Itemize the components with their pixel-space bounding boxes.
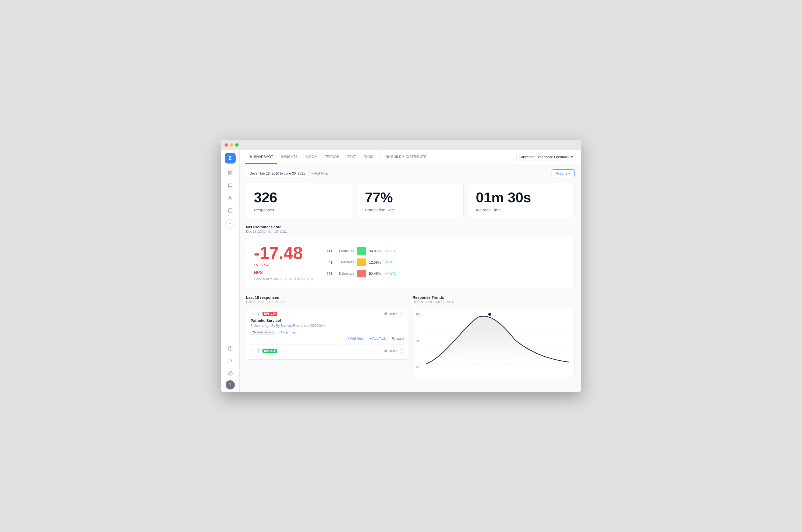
stats-row: 326 Responses 77% Completion Rate 01m 30… <box>246 183 575 218</box>
response-header-1: ☆ ⓘ NPS 1.00 <box>251 311 404 316</box>
time-number: 01m 30s <box>476 190 567 204</box>
svg-rect-0 <box>228 171 230 173</box>
chevron-down-icon: ▾ <box>569 171 571 175</box>
sidebar-item-bell[interactable] <box>225 356 235 366</box>
detractors-label: Detractors <box>335 272 354 276</box>
response-item-1: ☆ ⓘ NPS 1.00 <box>246 307 408 344</box>
svg-point-23 <box>488 313 491 316</box>
detractors-change: +171 <box>385 272 396 276</box>
add-task-button[interactable]: + Add Task <box>370 337 386 341</box>
nps-section: Net Promoter Score Dec 18, 2020 - Jun 15… <box>246 225 575 289</box>
completion-label: Completion Rate <box>365 208 456 212</box>
nps-card: -17.48 -17.48 NPS Compared to Jun 22, 20… <box>246 237 575 289</box>
svg-rect-1 <box>230 171 232 173</box>
info-icon-2[interactable]: ⓘ <box>256 348 260 354</box>
responses-subtitle: Dec 18, 2020 - Jun 15, 2021 <box>246 300 408 304</box>
tab-snapshot[interactable]: SNAPSHOT <box>245 150 277 164</box>
passives-label: Passives <box>335 260 354 264</box>
sidebar-item-task[interactable] <box>225 205 235 216</box>
add-button[interactable]: + <box>225 219 235 229</box>
response-meta-1: 3 Months Ago By By Brenda (Response # 50… <box>251 324 404 328</box>
stat-completion: 77% Completion Rate <box>357 183 464 218</box>
tab-inbox[interactable]: INBOX <box>302 150 320 164</box>
response-actions-1: + Add Note | + Add Task | Forward <box>251 337 404 341</box>
forward-button[interactable]: Forward <box>392 337 404 341</box>
trends-section: Response Trends Dec 18, 2020 - Jun 15, 2… <box>413 295 575 377</box>
close-button[interactable] <box>225 144 228 147</box>
survey-selector[interactable]: Customer Experience Feedback ▾ <box>516 153 576 161</box>
date-range-badge[interactable]: December 18, 2020 to June 30, 2021 <box>246 170 308 177</box>
promoters-count: 114 <box>325 249 332 253</box>
snapshot-icon <box>249 154 252 159</box>
trends-subtitle: Dec 18, 2020 - Jun 15, 2021 <box>413 300 575 304</box>
sidebar-item-settings[interactable] <box>225 368 235 379</box>
add-note-button[interactable]: + Add Note <box>347 337 364 341</box>
nav-right: Customer Experience Feedback ▾ <box>516 153 576 161</box>
response-header-right-2: Online ⋮ <box>384 348 404 354</box>
trend-chart-svg <box>426 313 569 366</box>
star-icon[interactable]: ☆ <box>251 311 254 316</box>
responses-title: Last 10 responses <box>246 295 408 300</box>
nps-compare: Compared to Jun 22, 2020 - Dec 17, 2020 <box>254 277 314 281</box>
tab-text[interactable]: TEXT <box>343 150 360 164</box>
nps-badge-1: NPS 1.00 <box>263 312 277 316</box>
detractors-bar <box>357 270 366 277</box>
tab-build[interactable]: ⚙️ BUILD & DISTRIBUTE <box>381 150 430 164</box>
trends-chart: 250 200 150 <box>413 307 575 377</box>
maximize-button[interactable] <box>235 144 238 147</box>
passives-bar <box>357 259 366 266</box>
time-label: Average Time <box>476 208 567 212</box>
tag-service-issue: Service Issue × <box>251 330 276 335</box>
response-item-2: ☆ ⓘ NPS 9.00 <box>246 344 408 359</box>
tag-remove-icon[interactable]: × <box>272 330 273 334</box>
star-icon-2[interactable]: ☆ <box>251 348 254 354</box>
response-header-2: ☆ ⓘ NPS 9.00 <box>251 348 404 354</box>
add-filter-button[interactable]: + Add Filter <box>311 172 328 175</box>
tab-tags[interactable]: TAGS <box>360 150 377 164</box>
sidebar-item-grid[interactable] <box>225 168 235 178</box>
main-content: SNAPSHOT INSIGHTS INBOX TRENDS TEXT <box>240 150 581 392</box>
tab-trends[interactable]: TRENDS <box>321 150 343 164</box>
user-avatar[interactable]: T <box>226 380 235 390</box>
more-icon-2[interactable]: ⋮ <box>399 348 404 354</box>
content-area: December 18, 2020 to June 30, 2021 + Add… <box>240 164 581 392</box>
sidebar-item-chat[interactable] <box>225 180 235 191</box>
promoters-bar <box>357 247 366 255</box>
response-header-left-1: ☆ ⓘ NPS 1.00 <box>251 311 277 316</box>
completion-number: 77% <box>365 190 456 204</box>
svg-rect-5 <box>228 209 232 212</box>
logo[interactable]: Z <box>225 153 235 164</box>
stat-time: 01m 30s Average Time <box>468 183 575 218</box>
nps-title: Net Promoter Score <box>246 225 575 229</box>
chevron-down-icon: ▾ <box>571 155 573 159</box>
response-header-right-1: Online ⋮ <box>384 311 404 316</box>
response-title-1: Pathetic Service! <box>251 319 404 323</box>
sidebar: Z <box>221 150 240 392</box>
more-icon-1[interactable]: ⋮ <box>399 311 404 316</box>
app-layout: Z <box>221 150 581 392</box>
actions-button[interactable]: Actions ▾ <box>552 169 575 177</box>
nps-label: NPS <box>254 270 314 275</box>
nps-subtitle: Dec 18, 2020 - Jun 15, 2021 <box>246 230 575 233</box>
nps-right: 114 Promoters 34.97% +114 <box>325 245 567 277</box>
nps-badge-2: NPS 9.00 <box>263 349 277 353</box>
response-author-1[interactable]: Brenda <box>281 324 291 328</box>
sidebar-item-person[interactable] <box>225 193 235 203</box>
trends-title: Response Trends <box>413 295 575 300</box>
nps-score: -17.48 <box>254 245 314 262</box>
responses-label: Responses <box>254 208 345 212</box>
filter-bar: December 18, 2020 to June 30, 2021 + Add… <box>246 169 575 177</box>
date-filter: December 18, 2020 to June 30, 2021 + Add… <box>246 170 328 177</box>
stat-responses: 326 Responses <box>246 183 353 218</box>
minimize-button[interactable] <box>230 144 233 147</box>
assign-tag-button[interactable]: + Assign Tags <box>278 330 297 334</box>
titlebar <box>221 140 581 150</box>
sidebar-item-help[interactable] <box>225 343 235 354</box>
svg-point-11 <box>229 373 231 374</box>
passives-pct: 12.58% <box>369 260 382 264</box>
responses-container: ☆ ⓘ NPS 1.00 <box>246 307 408 360</box>
nps-trend: -17.48 <box>254 263 314 267</box>
tab-insights[interactable]: INSIGHTS <box>278 150 302 164</box>
build-icon: ⚙️ <box>386 155 390 159</box>
info-icon[interactable]: ⓘ <box>256 311 260 316</box>
